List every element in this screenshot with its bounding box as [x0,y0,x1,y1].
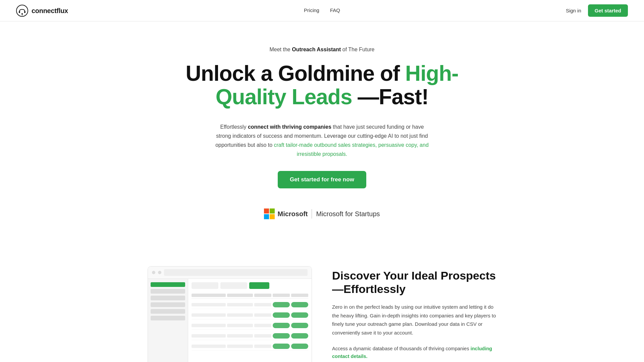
microsoft-logo-icon [264,208,275,219]
ss-cell-3 [254,303,271,306]
ss-badge-4 [291,312,308,318]
logo[interactable]: connectflux [16,5,68,17]
table-row [192,342,308,351]
ss-header-row [192,282,308,289]
ms-divider [312,209,312,219]
hero-headline: Unlock a Goldmine of High-Quality Leads … [171,62,473,109]
svg-rect-1 [19,11,20,13]
app-screenshot [148,266,312,362]
ss-chip-light-2 [220,282,247,289]
ss-sidebar-item-4 [151,309,185,314]
get-started-nav-button[interactable]: Get started [588,4,628,17]
svg-point-3 [21,13,23,14]
ss-cell-1 [192,303,226,306]
nav-link-faq[interactable]: FAQ [330,7,340,14]
ss-cell-7 [192,324,226,327]
ms-grid-yellow [270,214,275,219]
table-row [192,311,308,319]
ss-badge-3 [273,312,290,318]
ss-cell-6 [254,313,271,317]
hero-body-link: craft tailor-made outbound sales strateg… [274,142,429,157]
hero-headline-part2: —Fast! [352,85,429,109]
svg-rect-2 [24,11,25,13]
ss-cell-8 [227,324,253,327]
nav-links: Pricing FAQ [304,7,340,14]
ss-sidebar-item-3 [151,302,185,307]
ss-th-1 [192,294,226,297]
discover-bullet-1: Access a dynamic database of thousands o… [332,345,496,360]
discover-section: Discover Your Ideal Prospects—Effortless… [121,266,523,362]
hero-eyebrow-bold: Outreach Assistant [292,47,341,52]
ss-cell-9 [254,324,271,327]
discover-title: Discover Your Ideal Prospects—Effortless… [332,269,496,296]
ms-grid-red [264,208,269,214]
ss-cell-15 [254,345,271,348]
ss-body [148,279,312,362]
nav-actions: Sign in Get started [566,4,628,17]
ss-th-3 [254,294,271,297]
ss-badge-5 [273,323,290,328]
discover-content: Discover Your Ideal Prospects—Effortless… [332,266,496,362]
ss-search-bar [164,269,308,276]
logo-text: connectflux [32,6,68,16]
table-row [192,301,308,309]
table-row [192,321,308,330]
ss-table-header [192,292,308,299]
ss-chip-green [249,282,269,289]
table-row [192,332,308,340]
ss-sidebar [148,279,188,362]
hero-body-prefix: Effortlessly [220,124,248,130]
ms-for-startups: Microsoft for Startups [316,209,380,219]
ms-logo: Microsoft [264,208,308,219]
ss-badge-9 [273,344,290,349]
microsoft-badge: Microsoft Microsoft for Startups [264,208,380,219]
ss-th-4 [273,294,290,297]
ss-badge-2 [291,302,308,307]
hero-eyebrow-prefix: Meet the [269,47,292,52]
ss-sidebar-item-1 [151,289,185,294]
ss-sidebar-item-5 [151,316,185,320]
ss-sidebar-active [151,282,185,287]
ss-cell-11 [227,334,253,338]
bullet-1-prefix: Access a dynamic database of thousands o… [332,346,471,351]
ss-dot-1 [152,271,155,274]
ss-chip-light-1 [192,282,218,289]
ss-cell-13 [192,345,226,348]
ss-badge-8 [291,333,308,339]
hero-eyebrow: Meet the Outreach Assistant of The Futur… [269,46,374,54]
ms-name: Microsoft [277,209,308,219]
ss-cell-10 [192,334,226,338]
signin-button[interactable]: Sign in [566,8,581,13]
ss-cell-14 [227,345,253,348]
discover-bullets: Access a dynamic database of thousands o… [332,345,496,362]
ss-th-2 [227,294,253,297]
ss-badge-1 [273,302,290,307]
screenshot-inner [148,266,312,362]
hero-body-bold: connect with thriving companies [248,124,331,130]
ss-cell-5 [227,313,253,317]
ss-dot-2 [158,271,161,274]
hero-eyebrow-suffix: of The Future [341,47,374,52]
ss-cell-2 [227,303,253,306]
logo-icon [16,5,28,17]
ss-main [188,279,312,362]
ss-badge-10 [291,344,308,349]
nav-link-pricing[interactable]: Pricing [304,7,319,14]
get-started-hero-button[interactable]: Get started for free now [278,171,366,188]
discover-screenshot [148,266,312,362]
ms-grid-green [270,208,275,214]
hero-section: Meet the Outreach Assistant of The Futur… [0,21,644,266]
ss-badge-7 [273,333,290,339]
ss-cell-12 [254,334,271,338]
ms-grid-blue [264,214,269,219]
ss-topbar [148,266,312,279]
discover-body: Zero in on the perfect leads by using ou… [332,303,496,337]
hero-body: Effortlessly connect with thriving compa… [215,122,429,159]
navbar: connectflux Pricing FAQ Sign in Get star… [0,0,644,21]
hero-headline-part1: Unlock a Goldmine of [185,61,405,85]
ss-cell-4 [192,313,226,317]
ss-sidebar-item-2 [151,296,185,300]
ss-th-5 [291,294,308,297]
ss-badge-6 [291,323,308,328]
